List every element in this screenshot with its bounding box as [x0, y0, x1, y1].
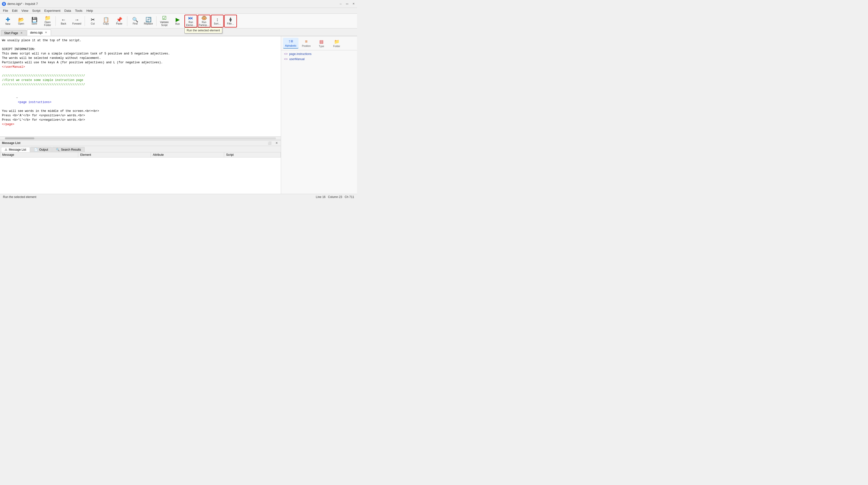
filter-label: Filte…: [227, 22, 234, 25]
bottom-tabs: ⚠ Message List 📄 Output 🔍 Search Results: [0, 146, 281, 152]
new-button[interactable]: ✚ New: [1, 15, 14, 28]
horizontal-scrollbar[interactable]: [0, 137, 281, 140]
find-button[interactable]: 🔍 Find: [129, 15, 142, 28]
alphabetic-button[interactable]: ↑≡ Alphabetic: [283, 38, 299, 49]
tree-item-page-instructions-label: page.instructions: [289, 52, 311, 56]
page-tag: <page instructions>: [16, 100, 52, 104]
paste-button[interactable]: 📌 Paste: [113, 15, 126, 28]
collapse-marker[interactable]: −: [16, 96, 18, 100]
menu-experiment[interactable]: Experiment: [42, 8, 63, 13]
message-list-tab-label: Message List: [9, 148, 26, 151]
code-line-11: ////////////////////////////////////////…: [2, 83, 280, 87]
tab-output[interactable]: 📄 Output: [30, 147, 52, 152]
msg-col-message: Message: [0, 152, 78, 157]
find-icon: 🔍: [132, 17, 138, 22]
position-icon: ≡: [305, 39, 308, 44]
menu-script[interactable]: Script: [30, 8, 42, 13]
app-icon: Q: [2, 2, 6, 6]
bottom-panel-header: Message List ⬜ ✕: [0, 140, 281, 146]
output-tab-label: Output: [39, 148, 48, 151]
type-button[interactable]: ▤ Type: [314, 38, 329, 49]
bottom-panel-restore[interactable]: ⬜: [267, 141, 273, 145]
bottom-panel-controls: ⬜ ✕: [267, 141, 279, 145]
separator-3: [127, 16, 127, 26]
tab-start-page-label: Start Page: [4, 31, 18, 35]
run-button[interactable]: ▶ Run: [171, 15, 184, 28]
sort-icon: ↕: [216, 17, 219, 22]
run-element-label: RunEleme…: [186, 21, 195, 27]
replace-button[interactable]: 🔄 Replace: [142, 15, 155, 28]
find-label: Find: [133, 23, 137, 25]
save-label: Save: [32, 23, 37, 25]
right-panel-toolbar: ↑≡ Alphabetic ≡ Position ▤ Type 📁 Folder: [281, 36, 357, 50]
bottom-panel: Message List ⬜ ✕ ⚠ Message List 📄 Output…: [0, 140, 281, 194]
back-icon: ←: [61, 17, 66, 22]
tree-item-page-instructions[interactable]: <> page.instructions: [281, 51, 357, 56]
bottom-content: Message Element Attribute Script: [0, 152, 281, 194]
close-button[interactable]: ✕: [352, 2, 355, 6]
forward-button[interactable]: → Forward: [70, 15, 83, 28]
copy-button[interactable]: 📋 Copy: [100, 15, 112, 28]
title-bar: Q demo.iqjs* - Inquisit 7 ─ ▭ ✕: [0, 0, 357, 8]
open-folder-button[interactable]: 📁 OpenFolder: [41, 15, 54, 28]
menu-tools[interactable]: Tools: [73, 8, 84, 13]
folder-icon: 📁: [334, 39, 339, 44]
cut-icon: ✂: [91, 17, 95, 22]
tab-demo-iqjs[interactable]: demo.iqjs ✕: [27, 29, 51, 36]
sort-label: Sort…: [214, 22, 221, 25]
bottom-panel-close[interactable]: ✕: [275, 141, 279, 145]
code-line-12: [2, 87, 280, 91]
msg-col-element: Element: [78, 152, 151, 157]
title-bar-controls: ─ ▭ ✕: [339, 2, 355, 6]
tab-demo-iqjs-close[interactable]: ✕: [44, 31, 48, 34]
menu-edit[interactable]: Edit: [10, 8, 20, 13]
code-line-16: Press <b>'L'</b> for <u>negative</u> wor…: [2, 118, 280, 122]
tab-bar: Start Page ✕ demo.iqjs ✕: [0, 28, 357, 36]
open-button[interactable]: 📂 Open: [15, 15, 28, 28]
new-label: New: [5, 23, 10, 25]
tab-demo-iqjs-label: demo.iqjs: [30, 31, 43, 34]
code-line-2: [2, 43, 280, 47]
back-label: Back: [61, 23, 66, 25]
folder-button[interactable]: 📁 Folder: [330, 38, 344, 49]
tab-start-page[interactable]: Start Page ✕: [1, 30, 27, 36]
code-editor[interactable]: We usually place it at the top of the sc…: [0, 36, 281, 137]
code-line-4: This demo script will run a simple categ…: [2, 52, 280, 56]
maximize-button[interactable]: ▭: [345, 2, 349, 6]
back-button[interactable]: ← Back: [57, 15, 70, 28]
paste-icon: 📌: [116, 17, 122, 22]
tab-start-page-close[interactable]: ✕: [20, 31, 23, 35]
run-participant-button[interactable]: 🐵 RunParticip…: [198, 15, 211, 28]
tab-search-results[interactable]: 🔍 Search Results: [52, 147, 85, 152]
tree-area: <> page.instructions <> userManual: [281, 50, 357, 194]
status-position: Line 16 Column 23 Ch 711: [316, 195, 354, 199]
minimize-button[interactable]: ─: [339, 2, 342, 6]
validate-icon: ☑: [162, 16, 166, 20]
tree-item-user-manual[interactable]: <> userManual: [281, 56, 357, 62]
run-element-button[interactable]: ⏭ RunEleme…: [184, 15, 197, 28]
menu-help[interactable]: Help: [84, 8, 95, 13]
menu-data[interactable]: Data: [62, 8, 73, 13]
sort-button[interactable]: ↕ Sort…: [211, 15, 224, 28]
alphabetic-label: Alphabetic: [285, 44, 297, 47]
save-button[interactable]: 💾 Save: [28, 15, 41, 28]
filter-button[interactable]: ⧫ Filte…: [224, 15, 237, 28]
tree-item-user-manual-icon: <>: [284, 57, 288, 61]
output-icon: 📄: [34, 148, 38, 151]
open-folder-label: OpenFolder: [44, 21, 51, 27]
code-line-14: You will see words in the middle of the …: [2, 109, 280, 113]
status-line: Line 16: [316, 195, 326, 199]
menu-view[interactable]: View: [20, 8, 30, 13]
code-line-7: </userManual>: [2, 65, 280, 69]
tab-message-list[interactable]: ⚠ Message List: [1, 147, 30, 152]
separator-2: [85, 16, 85, 26]
copy-label: Copy: [103, 23, 108, 25]
replace-icon: 🔄: [146, 17, 152, 22]
code-line-15: Press <b>'A'</b> for <u>positive</u> wor…: [2, 113, 280, 118]
forward-label: Forward: [72, 23, 82, 25]
menu-file[interactable]: File: [1, 8, 10, 13]
code-line-5: The words will be selected randomly with…: [2, 56, 280, 60]
position-button[interactable]: ≡ Position: [299, 38, 314, 48]
cut-button[interactable]: ✂ Cut: [86, 15, 99, 28]
validate-button[interactable]: ☑ ValidateScript: [158, 15, 171, 28]
